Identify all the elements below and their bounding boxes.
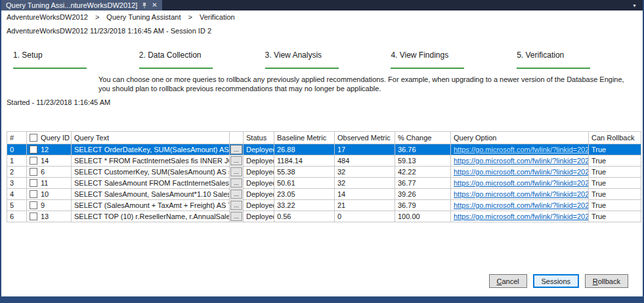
query-option-link[interactable]: https://go.microsoft.com/fwlink/?linkid=… [454, 201, 589, 209]
observed-metric-value: 0 [335, 211, 395, 222]
header-status[interactable]: Status [244, 132, 274, 144]
step-label: 1. Setup [13, 51, 139, 60]
cancel-button[interactable]: Cancel [489, 274, 527, 288]
observed-metric-value: 32 [335, 167, 395, 178]
percent-change-value: 36.76 [395, 144, 451, 155]
step-view-analysis[interactable]: 3. View Analysis [265, 51, 391, 69]
can-rollback-value: True [589, 155, 641, 167]
query-id: 9 [41, 201, 45, 209]
step-view-findings[interactable]: 4. View Findings [391, 51, 517, 69]
header-query-text[interactable]: Query Text [72, 132, 230, 144]
ellipsis-button[interactable]: ... [230, 145, 242, 154]
row-checkbox[interactable] [30, 201, 37, 209]
table-row[interactable]: 3 11 SELECT SalesAmount FROM FactInterne… [7, 178, 641, 189]
observed-metric-value: 32 [335, 178, 395, 189]
query-id: 11 [41, 179, 48, 187]
header-num[interactable]: # [7, 132, 27, 144]
step-setup[interactable]: 1. Setup [13, 51, 139, 69]
baseline-metric-value: 23.05 [274, 189, 335, 200]
breadcrumb-item-qta[interactable]: Query Tuning Assistant [106, 13, 181, 21]
row-index: 3 [7, 178, 27, 189]
table-row[interactable]: 0 12 SELECT OrderDateKey, SUM(SalesAmoun… [7, 144, 641, 155]
can-rollback-value: True [589, 200, 641, 211]
breadcrumb-item-verification[interactable]: Verification [200, 13, 235, 21]
breadcrumb-separator: > [188, 13, 192, 21]
breadcrumb: AdventureWorksDW2012 > Query Tuning Assi… [1, 10, 643, 21]
ellipsis-button[interactable]: ... [230, 212, 242, 221]
query-id: 6 [41, 168, 45, 176]
table-row[interactable]: 4 10 SELECT SalesAmount, SalesAmount*1.1… [7, 189, 641, 200]
status-value: Deployed [244, 167, 274, 178]
session-title: AdventureWorksDW2012 11/23/2018 1:16:45 … [7, 27, 637, 35]
rollback-button-label: Rollback [593, 277, 620, 285]
status-value: Deployed [244, 189, 274, 200]
table-row[interactable]: 5 9 SELECT (SalesAmount + TaxAmt + Freig… [7, 200, 641, 211]
step-verification[interactable]: 5. Verification [517, 51, 643, 69]
observed-metric-value: 17 [335, 144, 395, 155]
pin-icon[interactable] [142, 2, 147, 9]
ellipsis-button[interactable]: ... [230, 190, 242, 199]
header-query-option[interactable]: Query Option [451, 132, 589, 144]
observed-metric-value: 484 [335, 155, 395, 167]
status-bar [1, 296, 643, 303]
ellipsis-button[interactable]: ... [230, 178, 242, 188]
baseline-metric-value: 1184.14 [274, 155, 335, 167]
row-checkbox[interactable] [30, 146, 37, 153]
ellipsis-button[interactable]: ... [230, 201, 242, 210]
breadcrumb-separator: > [95, 13, 99, 21]
header-observed-metric[interactable]: Observed Metric [335, 132, 395, 144]
step-underline [139, 68, 213, 69]
header-can-rollback[interactable]: Can Rollback [589, 132, 641, 144]
status-value: Deployed [244, 200, 274, 211]
breadcrumb-item-database[interactable]: AdventureWorksDW2012 [7, 13, 88, 21]
header-query-id-label: Query ID [41, 134, 70, 142]
select-all-checkbox[interactable] [30, 134, 37, 142]
sessions-button[interactable]: Sessions [533, 274, 579, 288]
query-option-link[interactable]: https://go.microsoft.com/fwlink/?linkid=… [454, 168, 589, 176]
row-checkbox[interactable] [30, 168, 37, 176]
header-query-id[interactable]: Query ID [27, 132, 72, 144]
percent-change-value: 59.13 [395, 155, 451, 167]
step-data-collection[interactable]: 2. Data Collection [139, 51, 265, 69]
row-index: 6 [7, 211, 27, 222]
status-value: Deployed [244, 178, 274, 189]
query-id: 10 [41, 190, 49, 198]
footer-buttons: Cancel Sessions Rollback [489, 274, 628, 288]
query-text: SELECT SalesAmount FROM FactInternetSale… [72, 178, 230, 189]
tab-list-dropdown[interactable]: ▼ [626, 0, 643, 10]
table-row[interactable]: 6 13 SELECT TOP (10) r.ResellerName, r.A… [7, 211, 641, 222]
step-label: 5. Verification [517, 51, 643, 60]
rollback-button[interactable]: Rollback [585, 274, 628, 288]
table-row[interactable]: 2 6 SELECT CustomerKey, SUM(SalesAmount)… [7, 167, 641, 178]
percent-change-value: 100.00 [395, 211, 451, 222]
close-icon[interactable]: ✕ [152, 2, 157, 9]
query-option-link[interactable]: https://go.microsoft.com/fwlink/?linkid=… [454, 212, 589, 220]
observed-metric-value: 14 [335, 189, 395, 200]
started-timestamp: Started - 11/23/2018 1:16:45 AM [7, 98, 643, 106]
step-label: 4. View Findings [391, 51, 517, 60]
row-checkbox[interactable] [30, 179, 37, 187]
baseline-metric-value: 50.61 [274, 178, 335, 189]
row-checkbox[interactable] [30, 190, 37, 198]
document-tab[interactable]: Query Tuning Assi...ntureWorksDW2012] ✕ [1, 0, 162, 10]
table-row[interactable]: 1 14 SELECT * FROM FactInternetSales fis… [7, 155, 641, 167]
query-option-link[interactable]: https://go.microsoft.com/fwlink/?linkid=… [454, 146, 589, 153]
baseline-metric-value: 26.88 [274, 144, 335, 155]
header-percent-change[interactable]: % Change [395, 132, 451, 144]
row-index: 0 [7, 144, 27, 155]
baseline-metric-value: 33.22 [274, 200, 335, 211]
step-underline [13, 68, 87, 69]
row-index: 1 [7, 155, 27, 167]
row-checkbox[interactable] [30, 212, 37, 220]
query-tuning-assistant-window: Query Tuning Assi...ntureWorksDW2012] ✕ … [0, 0, 644, 303]
can-rollback-value: True [589, 189, 641, 200]
status-value: Deployed [244, 144, 274, 155]
query-option-link[interactable]: https://go.microsoft.com/fwlink/?linkid=… [454, 179, 589, 187]
header-baseline-metric[interactable]: Baseline Metric [274, 132, 335, 144]
ellipsis-button[interactable]: ... [230, 156, 242, 165]
row-checkbox[interactable] [30, 157, 37, 165]
query-option-link[interactable]: https://go.microsoft.com/fwlink/?linkid=… [454, 190, 589, 198]
ellipsis-button[interactable]: ... [230, 167, 242, 176]
query-id: 13 [41, 212, 49, 220]
query-option-link[interactable]: https://go.microsoft.com/fwlink/?linkid=… [454, 157, 589, 165]
